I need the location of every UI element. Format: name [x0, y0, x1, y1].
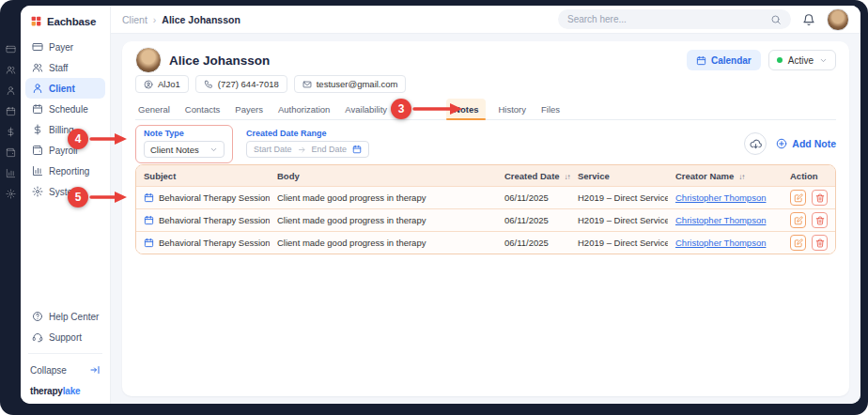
chevron-down-icon: [819, 56, 828, 65]
status-label: Active: [788, 55, 814, 66]
edit-note-button[interactable]: [790, 190, 806, 206]
breadcrumb-separator: ›: [153, 14, 157, 25]
user-avatar[interactable]: [827, 8, 849, 31]
sidebar-footer-menu: Help CenterSupport: [21, 306, 110, 347]
sidebar-item-label: Reporting: [49, 166, 89, 177]
add-note-button[interactable]: Add Note: [776, 138, 836, 149]
sidebar-item-label: Client: [49, 84, 75, 94]
rail-payroll-icon: [3, 142, 19, 162]
topbar: Client › Alice Johansson: [111, 6, 860, 34]
body-text: Client made good progress in therapy: [277, 238, 426, 248]
sidebar-item-label: Support: [49, 332, 82, 343]
search-icon: [770, 14, 782, 25]
creator-name-link[interactable]: Christopher Thompson: [675, 215, 766, 225]
annotation-step-5: 5: [68, 187, 88, 208]
cell-action: [783, 235, 835, 251]
breadcrumb-section[interactable]: Client: [122, 14, 147, 25]
date-range-picker[interactable]: Start Date End Date: [246, 141, 369, 158]
sidebar-divider: [28, 353, 102, 354]
collapse-label: Collapse: [30, 365, 67, 376]
therapylake-brand: therapylake: [21, 380, 110, 396]
column-header-subject: Subject: [136, 171, 270, 181]
collapse-button[interactable]: Collapse: [21, 360, 110, 380]
contact-chip-727-644-7018: (727) 644-7018: [195, 75, 287, 93]
breadcrumb: Client › Alice Johansson: [122, 14, 240, 25]
column-label: Action: [790, 171, 818, 181]
sidebar-item-schedule[interactable]: Schedule: [25, 99, 105, 119]
export-button[interactable]: [744, 132, 767, 155]
date-range-filter-group: Created Date Range Start Date End Date: [246, 125, 369, 158]
cell-service: H2019 – Direct Service: [570, 215, 668, 225]
calendar-button[interactable]: Calendar: [687, 50, 761, 70]
calendar-icon: [352, 145, 362, 154]
tab-contacts[interactable]: Contacts: [182, 99, 224, 119]
brand-second: lake: [63, 386, 81, 396]
sidebar-item-reporting[interactable]: Reporting: [25, 161, 105, 181]
delete-note-button[interactable]: [812, 212, 828, 228]
sidebar-item-help-center[interactable]: Help Center: [25, 306, 105, 327]
column-label: Subject: [144, 171, 176, 181]
tab-availability[interactable]: Availability: [342, 99, 390, 119]
date-range-label: Created Date Range: [246, 129, 369, 138]
profile-tabs: GeneralContactsPayersAuthorizationAvaila…: [135, 99, 836, 120]
annotation-step-3: 3: [391, 99, 411, 119]
status-dropdown[interactable]: Active: [768, 50, 836, 70]
plus-circle-icon: [776, 138, 787, 149]
tab-history[interactable]: History: [495, 99, 529, 119]
cell-created-date: 06/11/2025: [497, 215, 570, 225]
table-header-row: SubjectBodyCreated Date↓↑ServiceCreator …: [136, 165, 835, 186]
client-icon: [32, 83, 43, 94]
note-type-dropdown[interactable]: Client Notes: [144, 141, 225, 158]
sidebar-item-payer[interactable]: Payer: [25, 37, 105, 57]
client-name: Alice Johansson: [169, 54, 270, 68]
contact-chips: AlJo1(727) 644-7018testuser@gmail.com: [135, 75, 836, 93]
column-header-created-date[interactable]: Created Date↓↑: [497, 171, 570, 181]
note-type-value: Client Notes: [150, 145, 199, 155]
content-area: Alice Johansson Calendar Active: [111, 34, 860, 404]
logo-icon: [30, 15, 42, 27]
calendar-icon: [144, 192, 154, 203]
delete-note-button[interactable]: [812, 235, 828, 251]
cell-service: H2019 – Direct Service: [570, 238, 668, 248]
schedule-icon: [32, 103, 43, 115]
cell-creator-name: Christopher Thompson: [668, 238, 783, 248]
tab-payers[interactable]: Payers: [232, 99, 266, 119]
bell-icon[interactable]: [802, 13, 815, 26]
arrow-right-icon: [298, 146, 306, 154]
notes-table: SubjectBodyCreated Date↓↑ServiceCreator …: [135, 164, 836, 254]
tab-general[interactable]: General: [135, 99, 173, 119]
collapse-icon: [89, 364, 101, 376]
staff-icon: [32, 62, 43, 73]
sort-icon[interactable]: ↓↑: [738, 171, 744, 181]
service-text: H2019 – Direct Service: [578, 215, 668, 225]
sidebar-item-label: Staff: [49, 63, 68, 73]
cell-body: Client made good progress in therapy: [270, 238, 497, 248]
global-search[interactable]: [558, 9, 791, 29]
start-date-placeholder[interactable]: Start Date: [254, 145, 292, 154]
cell-created-date: 06/11/2025: [497, 192, 570, 203]
system-icon: [32, 186, 43, 197]
sidebar-item-staff[interactable]: Staff: [25, 57, 105, 78]
edit-note-button[interactable]: [790, 235, 806, 251]
annotation-step-4: 4: [68, 129, 88, 149]
tab-files[interactable]: Files: [538, 99, 563, 119]
add-note-label: Add Note: [792, 138, 836, 149]
tab-authorization[interactable]: Authorization: [275, 99, 333, 119]
created-date-text: 06/11/2025: [504, 215, 549, 225]
sort-icon[interactable]: ↓↑: [565, 171, 570, 181]
creator-name-link[interactable]: Christopher Thompson: [675, 238, 766, 248]
column-header-body: Body: [270, 171, 497, 181]
service-text: H2019 – Direct Service: [578, 192, 668, 203]
creator-name-link[interactable]: Christopher Thompson: [675, 192, 766, 203]
end-date-placeholder[interactable]: End Date: [312, 145, 348, 154]
payroll-icon: [32, 145, 43, 156]
rail-schedule-icon: [3, 100, 19, 121]
reporting-icon: [32, 165, 43, 177]
sidebar-item-support[interactable]: Support: [25, 327, 105, 347]
sidebar-item-client[interactable]: Client: [25, 78, 105, 99]
edit-note-button[interactable]: [790, 212, 806, 228]
search-input[interactable]: [567, 14, 763, 24]
delete-note-button[interactable]: [812, 190, 828, 206]
client-card: Alice Johansson Calendar Active: [122, 41, 849, 396]
column-header-creator-name[interactable]: Creator Name↓↑: [668, 171, 783, 181]
